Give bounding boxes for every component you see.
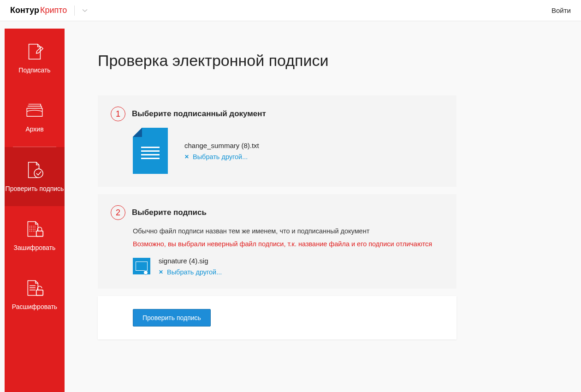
page: Проверка электронной подписи 1 Выберите … bbox=[65, 29, 456, 339]
document-icon bbox=[133, 128, 168, 174]
step1-body: change_summary (8).txt ✕ Выбрать другой.… bbox=[111, 128, 444, 174]
step2-filecol: signature (4).sig ✕ Выбрать другой... bbox=[159, 257, 222, 276]
archive-icon bbox=[24, 101, 45, 121]
svg-rect-1 bbox=[36, 231, 43, 237]
logo-text-2: Крипто bbox=[40, 6, 67, 15]
login-link[interactable]: Войти bbox=[551, 6, 571, 14]
topbar: Контур Крипто Войти bbox=[0, 0, 581, 21]
workspace: Подписать Архив bbox=[0, 21, 581, 392]
step1-choose-other[interactable]: ✕ Выбрать другой... bbox=[184, 153, 259, 160]
content: Проверка электронной подписи 1 Выберите … bbox=[65, 29, 581, 392]
sidebar-item-label: Проверить подпись bbox=[6, 185, 64, 193]
sidebar: Подписать Архив bbox=[5, 29, 65, 392]
verify-button[interactable]: Проверить подпись bbox=[133, 309, 211, 327]
step2-card: 2 Выберите подпись Обычно файл подписи н… bbox=[98, 194, 456, 289]
action-card: Проверить подпись bbox=[98, 296, 456, 339]
chevron-down-icon[interactable] bbox=[82, 9, 88, 12]
step2-choose-other[interactable]: ✕ Выбрать другой... bbox=[159, 268, 222, 276]
sidebar-item-archive[interactable]: Архив bbox=[5, 88, 65, 147]
step2-number: 2 bbox=[111, 205, 125, 220]
verify-icon bbox=[24, 160, 45, 180]
step2-head: 2 Выберите подпись bbox=[111, 205, 444, 220]
logo-separator bbox=[74, 6, 75, 16]
sidebar-item-label: Зашифровать bbox=[14, 244, 56, 252]
step1-title: Выберите подписанный документ bbox=[132, 109, 266, 119]
page-title: Проверка электронной подписи bbox=[98, 52, 456, 70]
step2-filename: signature (4).sig bbox=[159, 257, 222, 265]
step2-hint: Обычно файл подписи назван тем же именем… bbox=[133, 226, 444, 237]
decrypt-icon bbox=[24, 278, 45, 298]
signature-icon bbox=[133, 258, 150, 274]
step1-filerow: change_summary (8).txt ✕ Выбрать другой.… bbox=[133, 128, 444, 174]
step2-body: Обычно файл подписи назван тем же именем… bbox=[111, 226, 444, 276]
logo-text-1: Контур bbox=[10, 6, 39, 15]
step1-head: 1 Выберите подписанный документ bbox=[111, 107, 444, 121]
step2-warning: Возможно, вы выбрали неверный файл подпи… bbox=[133, 239, 444, 249]
sidebar-item-sign[interactable]: Подписать bbox=[5, 29, 65, 88]
step1-number: 1 bbox=[111, 107, 125, 121]
encrypt-icon bbox=[24, 219, 45, 239]
close-icon: ✕ bbox=[184, 154, 189, 160]
choose-other-label: Выбрать другой... bbox=[193, 153, 248, 160]
step2-filerow: signature (4).sig ✕ Выбрать другой... bbox=[133, 257, 444, 276]
sidebar-item-label: Подписать bbox=[18, 66, 50, 75]
sidebar-item-label: Архив bbox=[25, 125, 43, 134]
close-icon: ✕ bbox=[159, 269, 163, 275]
step1-filename: change_summary (8).txt bbox=[184, 142, 259, 149]
sign-icon bbox=[24, 42, 45, 62]
logo[interactable]: Контур Крипто bbox=[10, 6, 88, 16]
step2-title: Выберите подпись bbox=[132, 208, 207, 217]
svg-point-0 bbox=[34, 169, 43, 178]
sidebar-item-label: Расшифровать bbox=[12, 303, 57, 311]
sidebar-item-decrypt[interactable]: Расшифровать bbox=[5, 265, 65, 324]
step1-card: 1 Выберите подписанный документ change_s… bbox=[98, 95, 456, 187]
sidebar-item-encrypt[interactable]: Зашифровать bbox=[5, 206, 65, 265]
choose-other-label: Выбрать другой... bbox=[167, 268, 222, 276]
svg-rect-3 bbox=[36, 290, 43, 296]
sidebar-item-verify[interactable]: Проверить подпись bbox=[5, 147, 65, 206]
step1-filecol: change_summary (8).txt ✕ Выбрать другой.… bbox=[184, 142, 259, 160]
